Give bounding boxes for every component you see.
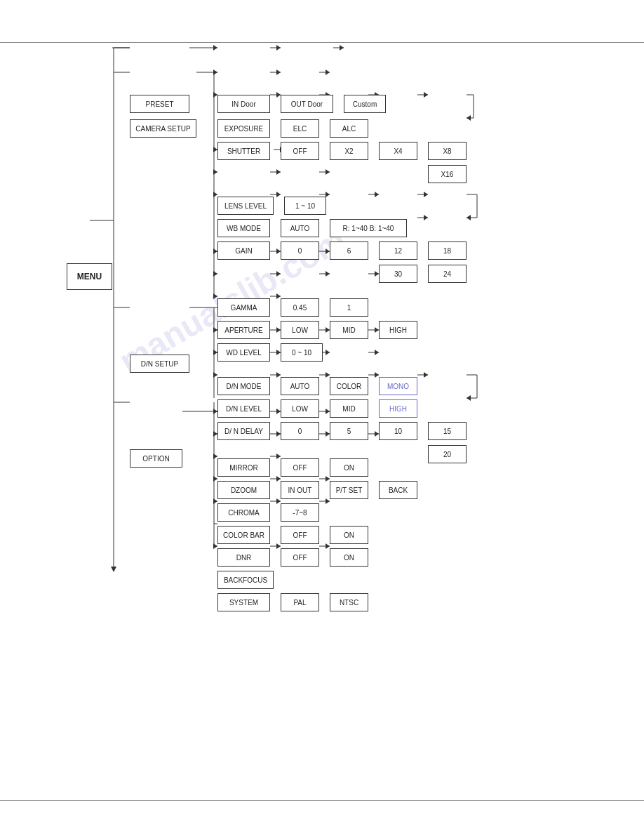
svg-marker-56 — [424, 192, 428, 197]
wb-auto-box: AUTO — [281, 219, 319, 237]
ap-low-box: LOW — [281, 321, 319, 339]
svg-marker-46 — [326, 169, 330, 175]
gamma-1-box: 1 — [330, 298, 368, 317]
alc-box: ALC — [330, 119, 368, 138]
dnd-15-box: 15 — [428, 422, 467, 440]
svg-marker-70 — [213, 271, 217, 277]
dz-ptset-box: P/T SET — [330, 481, 368, 499]
svg-marker-144 — [326, 498, 330, 504]
gain-6-box: 6 — [330, 241, 368, 260]
dn-level-box: D/N LEVEL — [217, 399, 270, 418]
dnr-on-box: ON — [330, 548, 368, 567]
svg-marker-60 — [467, 215, 471, 220]
shutter-x2-box: X2 — [330, 142, 368, 160]
aperture-box: APERTURE — [217, 321, 270, 339]
lens-val-box: 1 ~ 10 — [284, 197, 326, 215]
svg-marker-14 — [340, 45, 344, 51]
dnd-5-box: 5 — [330, 422, 368, 440]
dn-color-box: COLOR — [330, 377, 368, 395]
diagram-svg — [0, 0, 644, 834]
svg-marker-36 — [467, 115, 471, 121]
svg-marker-72 — [276, 271, 281, 277]
camera-setup-box: CAMERA SETUP — [130, 119, 196, 138]
mir-off-box: OFF — [281, 458, 319, 477]
svg-marker-108 — [424, 372, 428, 378]
page-border-bottom — [0, 800, 644, 801]
wb-mode-box: WB MODE — [217, 219, 270, 237]
gain-18-box: 18 — [428, 241, 467, 260]
shutter-off-box: OFF — [281, 142, 319, 160]
shutter-x4-box: X4 — [379, 142, 417, 160]
wb-range-box: R: 1~40 B: 1~40 — [330, 219, 407, 237]
dnl-low-box: LOW — [281, 399, 319, 418]
svg-marker-44 — [276, 169, 281, 175]
wd-level-box: WD LEVEL — [217, 343, 270, 362]
dnd-0-box: 0 — [281, 422, 319, 440]
svg-marker-8 — [111, 567, 116, 572]
custom-box: Custom — [344, 95, 386, 113]
svg-marker-62 — [424, 215, 428, 220]
dz-back-box: BACK — [379, 481, 417, 499]
backfocus-box: BACKFOCUS — [217, 571, 274, 589]
in-door-box: IN Door — [217, 95, 270, 113]
svg-marker-18 — [213, 70, 217, 75]
wd-val-box: 0 ~ 10 — [281, 343, 323, 362]
gain-24-box: 24 — [428, 265, 467, 283]
gain-0-box: 0 — [281, 241, 319, 260]
svg-marker-50 — [276, 192, 281, 197]
gain-12-box: 12 — [379, 241, 417, 260]
page-border-top — [0, 42, 644, 43]
dn-auto-box: AUTO — [281, 377, 319, 395]
svg-marker-112 — [467, 395, 471, 401]
dnd-20-box: 20 — [428, 445, 467, 463]
shutter-x8-box: X8 — [428, 142, 467, 160]
ap-mid-box: MID — [330, 321, 368, 339]
dnl-high-box: HIGH — [379, 399, 417, 418]
gamma-045-box: 0.45 — [281, 298, 319, 317]
svg-marker-12 — [276, 45, 281, 51]
sys-pal-box: PAL — [281, 593, 319, 611]
mirror-box: MIRROR — [217, 458, 270, 477]
gamma-box: GAMMA — [217, 298, 270, 317]
mir-on-box: ON — [330, 458, 368, 477]
dn-setup-box: D/N SETUP — [130, 355, 189, 373]
out-door-box: OUT Door — [281, 95, 333, 113]
svg-marker-96 — [326, 350, 330, 355]
elc-box: ELC — [281, 119, 319, 138]
color-bar-box: COLOR BAR — [217, 526, 270, 544]
svg-marker-20 — [276, 70, 281, 75]
gain-30-box: 30 — [379, 265, 417, 283]
svg-marker-22 — [326, 70, 330, 75]
ap-high-box: HIGH — [379, 321, 417, 339]
cb-off-box: OFF — [281, 526, 319, 544]
shutter-x16-box: X16 — [428, 165, 467, 183]
dnd-10-box: 10 — [379, 422, 417, 440]
menu-box: MENU — [67, 263, 112, 290]
dzoom-box: DZOOM — [217, 481, 270, 499]
dn-mono-box: MONO — [379, 377, 417, 395]
dn-delay-box: D/ N DELAY — [217, 422, 270, 440]
exposure-box: EXPOSURE — [217, 119, 270, 138]
cb-on-box: ON — [330, 526, 368, 544]
svg-marker-32 — [424, 92, 428, 98]
svg-marker-74 — [326, 271, 330, 277]
svg-marker-98 — [375, 350, 379, 355]
chroma-box: CHROMA — [217, 503, 270, 522]
dnr-box: DNR — [217, 548, 270, 567]
shutter-box: SHUTTER — [217, 142, 270, 160]
preset-box: PRESET — [130, 95, 189, 113]
system-box: SYSTEM — [217, 593, 270, 611]
sys-ntsc-box: NTSC — [330, 593, 368, 611]
gain-box: GAIN — [217, 241, 270, 260]
svg-marker-42 — [213, 169, 217, 175]
ch-val-box: -7~8 — [281, 503, 319, 522]
lens-level-box: LENS LEVEL — [217, 197, 274, 215]
svg-marker-54 — [375, 192, 379, 197]
dnl-mid-box: MID — [330, 399, 368, 418]
dn-mode-box: D/N MODE — [217, 377, 270, 395]
dnr-off-box: OFF — [281, 548, 319, 567]
dz-inout-box: IN OUT — [281, 481, 319, 499]
svg-marker-10 — [213, 45, 217, 51]
option-box: OPTION — [130, 449, 182, 468]
